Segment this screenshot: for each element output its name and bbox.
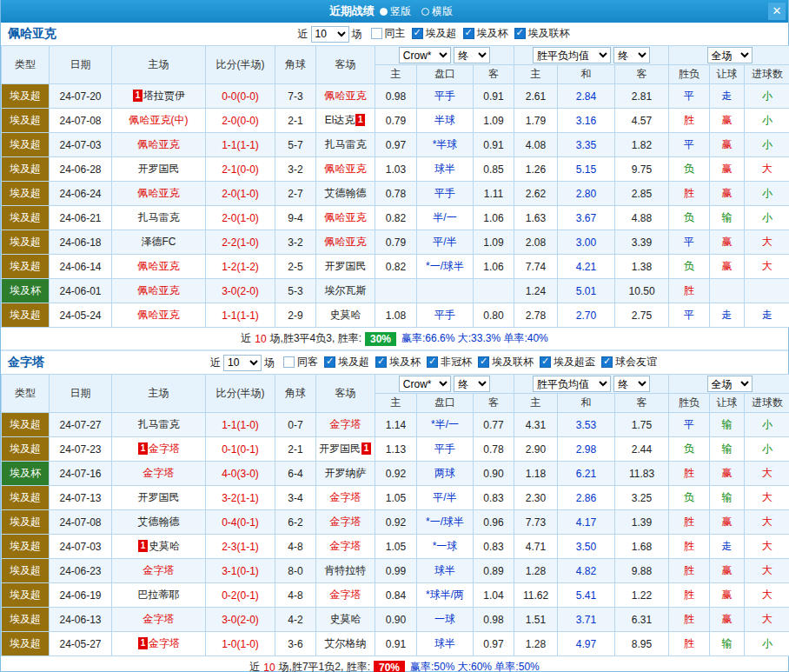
games-count-select[interactable]: 10 (223, 355, 262, 371)
checkbox-checked-icon[interactable] (324, 356, 335, 368)
checkbox-checked-icon[interactable] (514, 28, 526, 39)
odds-away-cell: 1.09 (474, 109, 514, 133)
avg-away-cell: 10.50 (615, 279, 669, 303)
window-title: 近期战绩 (329, 3, 375, 19)
filter-checkbox[interactable]: 埃及杯 (463, 26, 508, 41)
avg-home-cell: 2.30 (514, 486, 558, 510)
home-team-cell: 佩哈亚克 (112, 182, 206, 206)
avg-type-select[interactable]: 胜平负均值 (533, 47, 611, 63)
matches-body: 埃及超24-07-27扎马雷克1-1(1-0)0-7金字塔1.14*半/一0.7… (2, 413, 789, 656)
handicap-final-select[interactable]: 终 (454, 47, 490, 63)
away-team-cell: 金字塔 (316, 535, 375, 559)
odds-handicap-cell: 球半 (417, 559, 474, 583)
col-odds-away: 客 (474, 65, 514, 84)
handicap-final-select[interactable]: 终 (454, 376, 490, 392)
checkbox-checked-icon[interactable] (463, 28, 474, 39)
home-team-cell: 泽德FC (112, 230, 206, 255)
odds-home-cell: 1.05 (375, 535, 417, 559)
avg-home-cell: 1.28 (514, 632, 558, 656)
handicap-result-cell: 输 (710, 206, 745, 230)
avg-final-select[interactable]: 终 (613, 47, 650, 63)
league-cell: 埃及超 (2, 255, 50, 279)
filter-checkboxes: 同客埃及超埃及杯非冠杯埃及联杯埃及超盃球会友谊 (277, 355, 657, 370)
avg-final-select[interactable]: 终 (613, 376, 650, 392)
filter-checkbox[interactable]: 埃及杯 (375, 355, 421, 369)
checkbox-checked-icon[interactable] (375, 356, 387, 368)
avg-draw-cell: 4.17 (558, 510, 615, 535)
scope-select[interactable]: 全场 (707, 47, 753, 63)
filter-checkbox-label: 同主 (385, 26, 406, 41)
summary-record: 场,胜7平1负2, 胜率: (279, 660, 370, 672)
avg-draw-cell: 3.67 (558, 206, 615, 230)
avg-home-cell: 1.18 (514, 462, 558, 486)
match-row: 埃及超24-05-24佩哈亚克1-1(1-1)2-9史莫哈1.08平手0.802… (2, 303, 789, 328)
scope-group: 全场 (669, 375, 789, 394)
away-team-cell: 金字塔 (316, 583, 375, 608)
match-row: 埃及超24-07-201塔拉贾伊0-0(0-0)7-3佩哈亚克0.98平手0.9… (2, 84, 789, 109)
checkbox-checked-icon[interactable] (412, 28, 423, 39)
rank-badge: 1 (138, 540, 148, 552)
close-button[interactable]: ✕ (768, 3, 786, 20)
filter-checkbox[interactable]: 埃及联杯 (478, 355, 534, 369)
odds-home-cell: 0.90 (375, 608, 417, 632)
odds-away-cell: 0.91 (474, 84, 514, 109)
scope-select[interactable]: 全场 (707, 376, 753, 392)
result-cell: 负 (669, 157, 710, 182)
score-cell: 2-0(1-0) (206, 206, 275, 230)
league-cell: 埃及超 (2, 583, 50, 608)
filter-checkbox[interactable]: 同客 (283, 355, 318, 369)
checkbox-checked-icon[interactable] (427, 356, 438, 368)
odds-home-cell: 1.03 (375, 157, 417, 182)
match-row: 埃及超24-06-13金字塔3-0(2-0)4-2史莫哈0.90一球0.981.… (2, 608, 789, 632)
match-row: 埃及超24-07-03佩哈亚克1-1(1-1)5-7扎马雷克0.97*半球0.9… (2, 133, 789, 157)
checkbox-checked-icon[interactable] (540, 356, 551, 368)
bookmaker-select[interactable]: Crow* (399, 376, 451, 392)
orientation-radio[interactable]: 竖版 (380, 4, 411, 19)
away-team-cell: 史莫哈 (316, 303, 375, 328)
date-cell: 24-07-08 (50, 109, 112, 133)
checkbox-unchecked-icon[interactable] (283, 356, 295, 368)
home-team-name: 开罗国民 (138, 491, 180, 503)
odds-away-cell: 0.97 (474, 632, 514, 656)
result-cell: 胜 (669, 535, 710, 559)
team-section: 佩哈亚克 近 10 场 同主埃及超埃及杯埃及联杯 类型 日期 主场 比分(半 (1, 23, 788, 349)
avg-away-cell: 8.95 (615, 632, 669, 656)
filter-checkbox[interactable]: 埃及联杯 (514, 26, 570, 41)
away-team-name: 佩哈亚克 (325, 236, 367, 248)
radio-dot-icon (421, 8, 429, 16)
home-team-cell: 开罗国民 (112, 486, 206, 510)
filter-checkbox[interactable]: 埃及超 (412, 26, 457, 41)
date-cell: 24-06-28 (50, 157, 112, 182)
date-cell: 24-07-08 (50, 510, 112, 535)
avg-type-select[interactable]: 胜平负均值 (533, 376, 611, 392)
filter-checkboxes: 同主埃及超埃及杯埃及联杯 (365, 26, 570, 42)
score-cell: 3-0(2-0) (206, 608, 275, 632)
filter-checkbox[interactable]: 球会友谊 (601, 355, 657, 369)
result-cell: 平 (669, 413, 710, 437)
result-cell: 胜 (669, 632, 710, 656)
checkbox-checked-icon[interactable] (601, 356, 613, 368)
score-cell: 0-1(0-1) (206, 437, 275, 462)
filter-checkbox[interactable]: 同主 (371, 26, 406, 41)
match-row: 埃及杯24-07-16金字塔4-0(3-0)6-4开罗纳萨0.92两球0.901… (2, 462, 789, 486)
match-row: 埃及杯24-06-01佩哈亚克3-0(2-0)5-3埃尔瓦斯1.245.0110… (2, 279, 789, 303)
checkbox-checked-icon[interactable] (478, 356, 489, 368)
result-cell: 胜 (669, 583, 710, 608)
col-date: 日期 (50, 46, 112, 84)
games-count-select[interactable]: 10 (311, 26, 349, 43)
score-cell: 1-2(1-2) (206, 255, 275, 279)
bookmaker-select[interactable]: Crow* (399, 47, 451, 63)
result-cell: 负 (669, 255, 710, 279)
away-team-cell: 开罗纳萨 (316, 462, 375, 486)
checkbox-unchecked-icon[interactable] (371, 28, 382, 39)
goals-result-cell: 大 (745, 486, 789, 510)
filter-checkbox-label: 非冠杯 (441, 355, 472, 369)
league-cell: 埃及超 (2, 109, 50, 133)
filter-checkbox[interactable]: 埃及超 (324, 355, 369, 369)
avg-draw-cell: 6.21 (558, 462, 615, 486)
goals-result-cell: 小 (745, 206, 789, 230)
odds-away-cell: 0.85 (474, 157, 514, 182)
filter-checkbox[interactable]: 埃及超盃 (540, 355, 595, 369)
filter-checkbox[interactable]: 非冠杯 (427, 355, 472, 369)
orientation-radio[interactable]: 横版 (421, 4, 453, 19)
